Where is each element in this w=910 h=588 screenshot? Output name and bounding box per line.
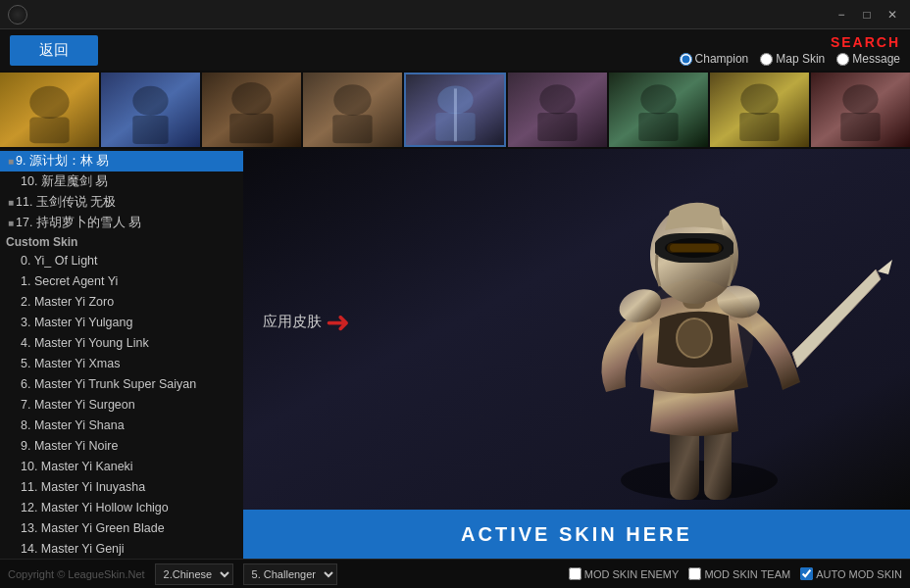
search-message-radio[interactable]: [836, 53, 849, 66]
svg-point-26: [842, 84, 878, 114]
back-button[interactable]: 返回: [10, 35, 98, 66]
search-options: Champion Map Skin Message: [680, 52, 900, 66]
mod-enemy-checkbox-label[interactable]: MOD SKIN ENEMY: [569, 567, 680, 580]
svg-rect-39: [670, 244, 719, 252]
svg-point-4: [132, 86, 168, 116]
champion-thumb-6[interactable]: [508, 73, 607, 147]
skin-list-panel: ■9. 源计划：林 易 10. 新星魔剑 易 ■11. 玉剑传说 无极 ■17.…: [0, 149, 243, 559]
skin-item-custom-11[interactable]: 11. Master Yi Inuyasha: [0, 477, 243, 498]
search-mapskin-radio[interactable]: [760, 53, 773, 66]
skin-item-custom-10[interactable]: 10. Master Yi Kaneki: [0, 457, 243, 477]
header-row: 返回 SEARCH Champion Map Skin Message: [0, 29, 910, 71]
search-champion-radio[interactable]: [680, 53, 692, 66]
champion-thumb-8[interactable]: [710, 73, 809, 147]
title-bar: − □ ✕: [0, 0, 910, 29]
champion-thumb-1[interactable]: [0, 73, 99, 147]
copyright-text: Copyright © LeagueSkin.Net: [8, 568, 145, 580]
mod-team-checkbox-label[interactable]: MOD SKIN TEAM: [688, 567, 790, 580]
search-message-option[interactable]: Message: [836, 52, 900, 66]
apply-arrow-icon: ➜: [326, 308, 350, 337]
svg-rect-24: [740, 113, 780, 141]
skin-quality-select[interactable]: 1. Default 2. Classic 3. Project 4. IG 5…: [243, 564, 337, 585]
skin-item-custom-1[interactable]: 1. Secret Agent Yi: [0, 271, 243, 292]
skin-item-custom-9[interactable]: 9. Master Yi Noire: [0, 436, 243, 457]
champions-row: [0, 71, 910, 149]
skin-item-custom-13[interactable]: 13. Master Yi Green Blade: [0, 518, 243, 539]
champion-artwork-svg: [488, 149, 900, 510]
close-button[interactable]: ✕: [883, 8, 902, 22]
skin-item-custom-6[interactable]: 6. Master Yi Trunk Super Saiyan: [0, 374, 243, 395]
champion-thumb-5[interactable]: [404, 73, 507, 147]
auto-mod-checkbox-label[interactable]: AUTO MOD SKIN: [800, 567, 902, 580]
right-panel: 应用皮肤 ➜ ACTIVE SKIN HERE: [243, 149, 910, 559]
custom-skin-header: Custom Skin: [0, 233, 243, 251]
auto-mod-label: AUTO MOD SKIN: [816, 568, 902, 580]
mod-enemy-label: MOD SKIN ENEMY: [584, 568, 680, 580]
svg-point-20: [641, 84, 677, 114]
skin-item-custom-8[interactable]: 8. Master Yi Shana: [0, 416, 243, 436]
search-title: SEARCH: [831, 34, 900, 50]
apply-skin-area: 应用皮肤 ➜: [263, 308, 350, 337]
svg-point-7: [231, 82, 271, 115]
auto-mod-checkbox[interactable]: [800, 567, 813, 580]
main-content: ■9. 源计划：林 易 10. 新星魔剑 易 ■11. 玉剑传说 无极 ■17.…: [0, 149, 910, 559]
footer: Copyright © LeagueSkin.Net 1.English 2.C…: [0, 559, 910, 588]
mod-team-label: MOD SKIN TEAM: [704, 568, 790, 580]
svg-rect-18: [538, 113, 578, 141]
champion-thumb-2[interactable]: [101, 73, 200, 147]
svg-point-40: [635, 279, 753, 397]
champion-thumb-9[interactable]: [811, 73, 910, 147]
champion-thumb-7[interactable]: [609, 73, 708, 147]
search-mapskin-option[interactable]: Map Skin: [760, 52, 825, 66]
svg-rect-2: [29, 118, 69, 144]
skin-item-official-11[interactable]: ■11. 玉剑传说 无极: [0, 192, 243, 213]
skin-item-custom-2[interactable]: 2. Master Yi Zoro: [0, 292, 243, 313]
search-mapskin-label: Map Skin: [776, 52, 825, 66]
apply-skin-text: 应用皮肤: [263, 313, 322, 331]
search-area: SEARCH Champion Map Skin Message: [680, 34, 900, 66]
active-skin-button[interactable]: ACTIVE SKIN HERE: [243, 510, 910, 559]
skin-item-official-17[interactable]: ■17. 持胡萝卜的雪人 易: [0, 213, 243, 233]
svg-point-1: [29, 86, 69, 119]
search-message-label: Message: [852, 52, 900, 66]
skin-item-custom-5[interactable]: 5. Master Yi Xmas: [0, 354, 243, 374]
champion-thumb-4[interactable]: [303, 73, 402, 147]
svg-point-17: [540, 84, 576, 114]
skin-item-custom-7[interactable]: 7. Master Yi Surgeon: [0, 395, 243, 416]
svg-point-23: [741, 83, 779, 115]
svg-rect-27: [840, 113, 880, 141]
skin-item-custom-12[interactable]: 12. Master Yi Hollow Ichigo: [0, 498, 243, 518]
svg-rect-8: [229, 114, 273, 143]
skin-item-custom-4[interactable]: 4. Master Yi Young Link: [0, 333, 243, 354]
search-champion-option[interactable]: Champion: [680, 52, 749, 66]
mod-enemy-checkbox[interactable]: [569, 567, 581, 580]
svg-rect-11: [332, 115, 372, 143]
skin-item-official-10[interactable]: 10. 新星魔剑 易: [0, 172, 243, 192]
skin-item-custom-0[interactable]: 0. Yi_ Of Light: [0, 251, 243, 271]
skin-item-official-9[interactable]: ■9. 源计划：林 易: [0, 151, 243, 172]
skin-item-custom-14[interactable]: 14. Master Yi Genji: [0, 539, 243, 559]
language-select[interactable]: 1.English 2.Chinese 3.Korean 4.French 5.…: [155, 564, 233, 585]
app-icon: [8, 5, 27, 24]
mod-team-checkbox[interactable]: [688, 567, 701, 580]
active-skin-text: ACTIVE SKIN HERE: [461, 523, 692, 546]
maximize-button[interactable]: □: [857, 8, 877, 22]
skin-list-scroll[interactable]: ■9. 源计划：林 易 10. 新星魔剑 易 ■11. 玉剑传说 无极 ■17.…: [0, 149, 243, 559]
champion-thumb-3[interactable]: [202, 73, 301, 147]
search-champion-label: Champion: [695, 52, 749, 66]
svg-rect-5: [132, 116, 168, 144]
skin-item-custom-3[interactable]: 3. Master Yi Yulgang: [0, 313, 243, 333]
svg-rect-21: [639, 113, 679, 141]
champion-artwork: 应用皮肤 ➜: [243, 149, 910, 510]
window-controls: − □ ✕: [832, 8, 902, 22]
svg-point-10: [333, 84, 371, 116]
minimize-button[interactable]: −: [832, 8, 851, 22]
